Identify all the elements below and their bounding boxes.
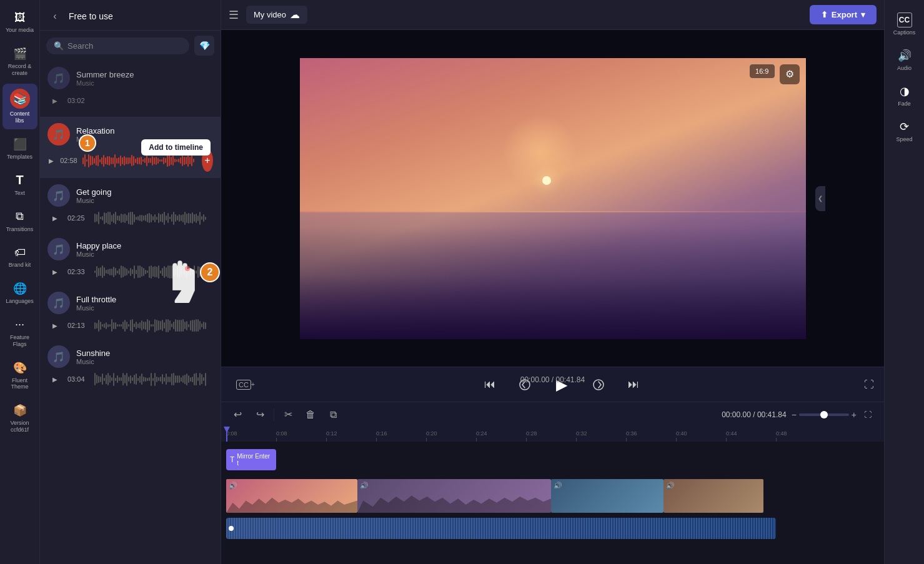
sidebar-item-feature-flags[interactable]: ··· FeatureFlags [2,312,37,353]
sidebar-item-fluent-theme[interactable]: 🎨 FluentTheme [2,355,37,396]
play-button[interactable]: ▶ [47,210,62,225]
audio-start-indicator [229,526,234,531]
waveform [94,264,213,279]
playhead[interactable] [226,427,227,442]
sidebar-item-templates[interactable]: ⬛ Templates [2,132,37,166]
video-clip[interactable]: 🔊 [551,479,663,513]
list-item[interactable]: 🎵 Summer breeze Music ▶ 03:02 // inline … [40,61,221,114]
sun [542,176,551,185]
project-tab[interactable]: My video ☁ [246,6,307,24]
expand-timeline-button[interactable]: ⛶ [859,406,877,423]
music-name: Happy place [76,241,121,250]
list-item[interactable]: 🎵 Sunshine Music ▶ 03:04 [40,339,221,393]
captions-icon: CC [897,12,912,27]
waveform [94,318,213,333]
play-button[interactable]: ▶ [47,372,62,387]
collapse-panel-button[interactable]: ❮ [815,186,825,211]
sidebar-item-content-library[interactable]: 📚 Contentlibs [2,84,37,129]
delete-button[interactable]: 🗑 [302,406,319,423]
playback-controls: CC + ⏮ ▶ ⏭ 00:00.00 / 00:41. [221,367,884,402]
list-item[interactable]: 🎵 Get going Music ▶ 02:25 [40,178,221,232]
forward-button[interactable] [587,374,610,396]
waveform [94,210,213,225]
music-item-icon: 🎵 [47,345,70,368]
music-item-icon: 🎵 [47,184,70,207]
music-category: Music [76,304,116,312]
sidebar-item-your-media[interactable]: 🖼 Your media [2,5,37,39]
cut-button[interactable]: ✂ [279,406,297,423]
ruler-mark: 0:08 [226,430,276,442]
languages-icon: 🌐 [12,281,27,296]
aspect-ratio-button[interactable]: 16:9 [750,64,774,78]
right-panel-fade[interactable]: ◑ Fade [887,79,922,112]
video-clip[interactable]: 🔊 [663,479,763,513]
sidebar-item-brand[interactable]: 🏷 Brand kit [2,240,37,274]
panel-back-button[interactable]: ‹ [46,7,64,25]
music-list: 🎵 Relaxation Music ▶ 02:58 + Add t [40,114,221,564]
ruler-mark: 0:44 [726,430,776,442]
text-clip[interactable]: T Mirror Enter t [226,449,276,470]
skip-to-end-button[interactable]: ⏭ [622,374,645,396]
music-category: Music [76,79,134,87]
text-icon: T [12,173,27,188]
duration-label: 02:58 [60,157,77,164]
music-item-icon: 🎵 [47,123,70,146]
premium-filter-button[interactable]: 💎 [194,36,214,56]
skip-to-start-button[interactable]: ⏮ [479,374,501,396]
time-separator: / [552,375,556,384]
right-panel-speed[interactable]: ⟳ Speed [887,114,922,147]
duration-label: 03:02 [67,97,89,104]
zoom-slider[interactable] [799,413,849,416]
music-name: Full throttle [76,295,116,304]
list-item[interactable]: 🎵 Happy place Music ▶ 02:33 [40,232,221,285]
content-panel: ‹ Free to use 🔍 💎 🎵 Summer breeze Music … [40,0,221,564]
sidebar-item-text[interactable]: T Text [2,168,37,202]
feature-flags-icon: ··· [12,317,27,332]
sidebar-item-record-create[interactable]: 🎬 Record &create [2,41,37,82]
ruler-mark: 0:40 [676,430,726,442]
search-input[interactable] [67,41,182,51]
hamburger-button[interactable]: ☰ [229,8,239,22]
fluent-theme-icon: 🎨 [12,360,27,375]
play-button[interactable]: ▶ [47,153,55,168]
fullscreen-button[interactable]: ⛶ [864,379,874,390]
play-button[interactable]: ▶ [47,264,62,279]
panel-header: ‹ Free to use [40,0,221,31]
volume-icon: 🔊 [360,482,369,490]
right-panel-captions[interactable]: CC Captions [887,7,922,41]
list-item[interactable]: 🎵 Full throttle Music ▶ 02:13 [40,285,221,339]
preview-area: 16:9 ⚙ ❮ [221,30,884,367]
media-icon: 🖼 [12,10,27,25]
redo-button[interactable]: ↪ [251,406,269,423]
brand-icon: 🏷 [12,245,27,260]
play-button[interactable]: ▶ [47,318,62,333]
text-clip-icon: T [230,455,234,464]
right-panel-audio[interactable]: 🔊 Audio [887,43,922,76]
video-clip[interactable]: 🔊 [357,479,551,513]
sidebar-item-version[interactable]: 📦 Versionccfd61f [2,398,37,438]
time-display-area: 00:00.00 / 00:41.84 [520,375,585,384]
timeline-content: 0:08 0:08 0:12 0:16 0:20 0:24 0:28 0:32 … [221,427,884,564]
export-button[interactable]: ⬆ Export ▾ [810,5,877,24]
video-track-row: 🔊 🔊 🔊 🔊 [226,477,884,515]
video-preview: 16:9 ⚙ [300,58,806,339]
audio-clip[interactable] [226,518,776,539]
play-button[interactable]: ▶ [47,93,62,108]
list-item[interactable]: 🎵 Relaxation Music ▶ 02:58 + Add t [40,117,221,178]
video-settings-button[interactable]: ⚙ [780,64,800,84]
sidebar-item-transitions[interactable]: ⧉ Transitions [2,204,37,238]
ruler-mark: 0:28 [526,430,576,442]
duplicate-button[interactable]: ⧉ [324,406,342,423]
ruler-mark: 0:48 [776,430,826,442]
undo-button[interactable]: ↩ [229,406,246,423]
record-icon: 🎬 [12,46,27,61]
zoom-out-button[interactable]: − [792,410,797,420]
ruler-mark: 0:36 [626,430,676,442]
speed-icon: ⟳ [897,119,912,134]
sidebar-item-languages[interactable]: 🌐 Languages [2,276,37,310]
current-time: 00:00.00 [520,375,550,384]
captions-button[interactable]: CC + [231,377,260,392]
zoom-in-button[interactable]: + [852,410,857,420]
music-name: Get going [76,187,111,197]
video-clip[interactable]: 🔊 [226,479,357,513]
